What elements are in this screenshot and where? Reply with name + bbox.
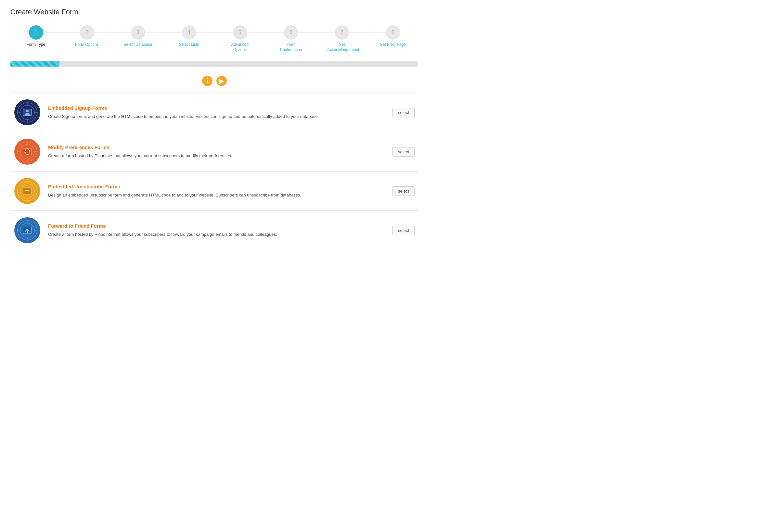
step-circle-1: 1 bbox=[29, 25, 43, 40]
modify-preferences-content: Modify Preferences Forms Create a form h… bbox=[48, 145, 385, 159]
svg-rect-27 bbox=[25, 190, 30, 191]
video-icon[interactable]: ▶ bbox=[216, 76, 227, 86]
step-label-4: Select Lists bbox=[179, 42, 199, 47]
step-2[interactable]: 2 Form Options bbox=[61, 25, 112, 47]
step-label-8: Set Error Page bbox=[380, 42, 406, 47]
step-circle-2: 2 bbox=[80, 25, 94, 40]
step-label-1: Form Type bbox=[27, 42, 45, 47]
list-item: Modify Preferences Forms Create a form h… bbox=[10, 132, 419, 171]
embedded-signup-title: Embedded Signup Forms bbox=[48, 105, 385, 111]
step-circle-8: 8 bbox=[386, 25, 400, 40]
step-8[interactable]: 8 Set Error Page bbox=[367, 25, 419, 47]
step-circle-3: 3 bbox=[131, 25, 145, 40]
embedded-unsubscribe-icon bbox=[14, 178, 40, 204]
embedded-signup-select-button[interactable]: select bbox=[393, 108, 415, 117]
modify-preferences-desc: Create a form hosted by Pinpointe that a… bbox=[48, 153, 385, 159]
step-6[interactable]: 6 Form Confirmation bbox=[265, 25, 316, 52]
modify-preferences-title: Modify Preferences Forms bbox=[48, 145, 385, 150]
embedded-unsubscribe-content: Embedded Unsubscribe Forms Design an emb… bbox=[48, 184, 385, 198]
embedded-unsubscribe-desc: Design an embedded unsubscribe form and … bbox=[48, 192, 385, 198]
embedded-unsubscribe-title: Embedded Unsubscribe Forms bbox=[48, 184, 385, 189]
step-7[interactable]: 7 Set Acknowledgement bbox=[316, 25, 367, 52]
list-item: Embedded Unsubscribe Forms Design an emb… bbox=[10, 171, 419, 210]
step-label-3: Select Database bbox=[123, 42, 152, 47]
step-label-6: Form Confirmation bbox=[276, 42, 306, 52]
step-label-2: Form Options bbox=[75, 42, 99, 47]
step-4[interactable]: 4 Select Lists bbox=[163, 25, 214, 47]
embedded-signup-icon bbox=[14, 99, 40, 125]
forward-to-friend-content: Forward to Friend Forms Create a form ho… bbox=[48, 223, 385, 238]
modify-preferences-select-button[interactable]: select bbox=[393, 147, 415, 157]
stepper: 1 Form Type 2 Form Options 3 Select Data… bbox=[10, 25, 419, 52]
step-circle-6: 6 bbox=[284, 25, 298, 40]
form-options-list: Embedded Signup Forms Create Signup form… bbox=[10, 93, 419, 250]
forward-to-friend-desc: Create a form hosted by Pinpointe that a… bbox=[48, 231, 385, 238]
step-label-5: Advanced Options bbox=[225, 42, 255, 52]
progress-bar-fill bbox=[10, 61, 59, 67]
step-5[interactable]: 5 Advanced Options bbox=[214, 25, 265, 52]
step-label-7: Set Acknowledgement bbox=[327, 42, 357, 52]
embedded-signup-desc: Create Signup forms and generate the HTM… bbox=[48, 113, 385, 120]
step-circle-4: 4 bbox=[182, 25, 196, 40]
forward-to-friend-title: Forward to Friend Forms bbox=[48, 223, 385, 229]
embedded-unsubscribe-select-button[interactable]: select bbox=[393, 186, 415, 196]
svg-point-8 bbox=[26, 110, 29, 112]
page-title: Create Website Form bbox=[10, 8, 419, 16]
forward-to-friend-icon bbox=[14, 217, 40, 243]
step-1[interactable]: 1 Form Type bbox=[10, 25, 61, 47]
step-circle-7: 7 bbox=[335, 25, 349, 40]
modify-preferences-icon bbox=[14, 139, 40, 165]
info-icon[interactable]: ℹ bbox=[202, 76, 212, 86]
list-item: Embedded Signup Forms Create Signup form… bbox=[10, 93, 419, 132]
step-circle-5: 5 bbox=[233, 25, 247, 40]
forward-to-friend-select-button[interactable]: select bbox=[393, 226, 415, 235]
embedded-signup-content: Embedded Signup Forms Create Signup form… bbox=[48, 105, 385, 120]
progress-bar bbox=[10, 61, 419, 67]
help-icons: ℹ ▶ bbox=[10, 76, 419, 86]
list-item: Forward to Friend Forms Create a form ho… bbox=[10, 210, 419, 250]
svg-rect-16 bbox=[23, 148, 32, 155]
step-3[interactable]: 3 Select Database bbox=[112, 25, 163, 47]
